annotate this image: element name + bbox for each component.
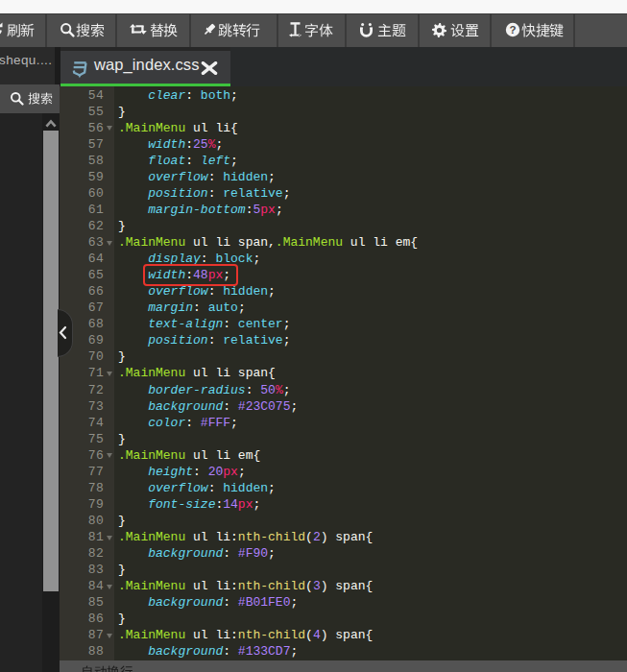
svg-text:?: ?	[509, 24, 516, 36]
